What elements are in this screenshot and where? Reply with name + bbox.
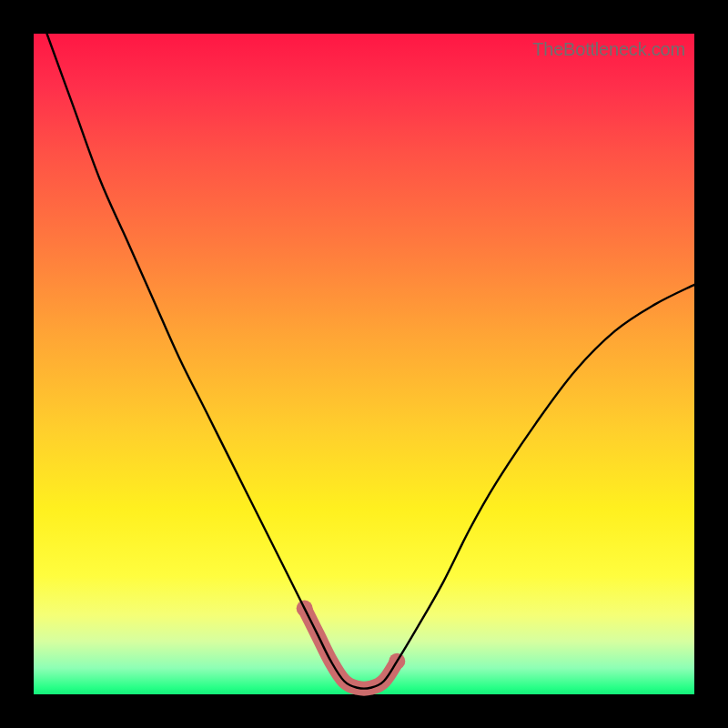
chart-frame: TheBottleneck.com <box>0 0 728 728</box>
bottleneck-curve-path <box>47 34 694 689</box>
plot-area: TheBottleneck.com <box>34 34 694 694</box>
curve-layer <box>34 34 694 694</box>
highlight-segment-path <box>305 609 398 689</box>
